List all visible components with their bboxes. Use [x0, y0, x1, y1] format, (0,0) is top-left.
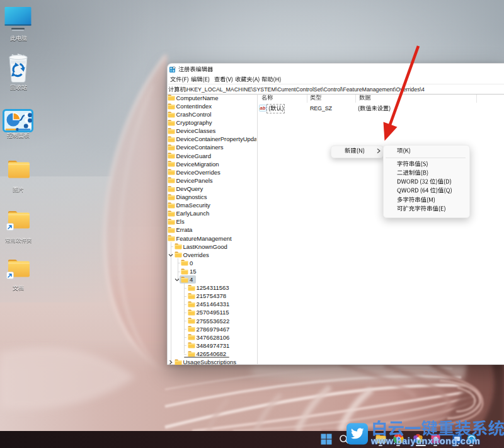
svg-text:ab: ab	[260, 105, 266, 111]
